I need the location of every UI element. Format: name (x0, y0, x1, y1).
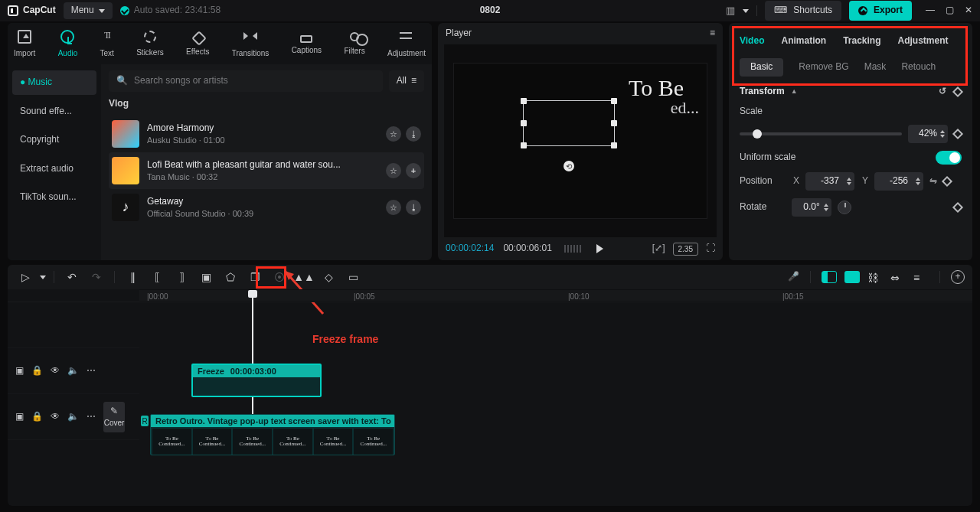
maximize-button[interactable]: ▢ (946, 5, 954, 17)
mask-tool[interactable]: ⬠ (220, 268, 240, 286)
tab-filters[interactable]: Filters (344, 32, 364, 56)
tab-audio[interactable]: Audio (58, 30, 78, 58)
minimize-button[interactable]: — (926, 5, 935, 17)
resize-handle[interactable] (521, 98, 527, 104)
resize-handle[interactable] (611, 120, 617, 126)
levels-icon[interactable] (564, 245, 581, 253)
sidebar-item-tiktok-sounds[interactable]: TikTok soun... (12, 185, 96, 210)
expand-track-icon[interactable]: ▣ (15, 411, 24, 423)
subtab-retouch[interactable]: Retouch (901, 61, 936, 73)
cover-button[interactable]: ✎ Cover (103, 402, 125, 432)
scan-icon[interactable]: [⤢] (652, 243, 665, 255)
freeze-frame-tool[interactable]: ❐ (245, 268, 265, 286)
menu-button[interactable]: Menu (64, 2, 113, 19)
crop2-tool[interactable]: ▭ (343, 268, 363, 286)
tab-adjustment[interactable]: Adjustment (387, 30, 426, 58)
chevron-down-icon[interactable] (40, 276, 46, 279)
trim-right-tool[interactable]: ⟧ (172, 268, 191, 286)
rotate-handle-icon[interactable]: ⟲ (564, 161, 574, 171)
undo-button[interactable]: ↶ (62, 268, 82, 286)
aspect-ratio[interactable]: 2.35 (673, 243, 698, 256)
song-row[interactable]: Lofi Beat with a pleasant guitar and wat… (109, 152, 424, 189)
expand-track-icon[interactable]: ▣ (15, 365, 24, 377)
crop-tool[interactable]: ▣ (196, 268, 216, 286)
sidebar-item-copyright[interactable]: Copyright (12, 128, 96, 152)
keyframe-icon[interactable] (952, 86, 963, 97)
resize-handle[interactable] (611, 142, 617, 148)
tab-import[interactable]: Import (14, 30, 35, 58)
track-view-1[interactable] (822, 271, 837, 283)
favorite-button[interactable]: ☆ (386, 126, 401, 142)
track-view-2[interactable] (844, 271, 860, 283)
tab-effects[interactable]: Effects (186, 31, 209, 57)
position-y-input[interactable]: -256 (874, 172, 923, 191)
rotate-input[interactable]: 0.0° (792, 198, 831, 217)
tab-stickers[interactable]: Stickers (136, 31, 164, 57)
lock-track-icon[interactable]: 🔒 (31, 411, 43, 423)
play-button[interactable] (596, 244, 603, 253)
search-input[interactable]: 🔍 Search songs or artists (109, 70, 383, 92)
player-stage[interactable]: To Be ed... ⟲ (444, 44, 717, 237)
download-button[interactable]: ⭳ (406, 200, 421, 215)
tab-text[interactable]: Text (100, 30, 114, 58)
add-button[interactable]: + (406, 163, 421, 178)
subtab-mask[interactable]: Mask (864, 61, 887, 73)
video-preview[interactable]: To Be ed... ⟲ (453, 63, 707, 219)
rotate-tool[interactable]: ◇ (318, 268, 338, 286)
resize-handle[interactable] (521, 120, 527, 126)
pointer-tool[interactable]: ▷ (15, 268, 35, 286)
selection-box[interactable]: ⟲ (523, 100, 615, 146)
tab-tracking[interactable]: Tracking (843, 35, 880, 47)
favorite-button[interactable]: ☆ (386, 163, 401, 178)
player-menu-icon[interactable]: ≡ (710, 28, 715, 40)
close-button[interactable]: ✕ (965, 5, 972, 17)
tracks-area[interactable]: Freeze 00:00:03:00 R Retro Outro. Vintag… (139, 302, 972, 439)
download-button[interactable]: ⭳ (406, 126, 421, 142)
keyframe-icon[interactable] (942, 176, 952, 187)
mute-icon[interactable]: 🔈 (67, 411, 79, 423)
speed-tool[interactable]: ⦿ (270, 268, 289, 286)
resize-handle[interactable] (521, 142, 527, 148)
slider-thumb[interactable] (753, 129, 762, 139)
layout-icon[interactable]: ▥ (726, 5, 735, 18)
chevron-down-icon[interactable] (743, 9, 749, 13)
timeline-ruler[interactable]: |00:00 |00:05 |00:10 |00:15 (139, 289, 972, 302)
reset-icon[interactable]: ↺ (939, 86, 946, 98)
collapse-icon[interactable]: ▲ (791, 87, 798, 96)
lock-track-icon[interactable]: 🔒 (31, 365, 43, 377)
filter-all-button[interactable]: All ≡ (389, 70, 424, 92)
position-x-input[interactable]: -337 (805, 172, 854, 191)
export-button[interactable]: Export (849, 1, 912, 21)
song-row[interactable]: Amore Harmony Ausku Studio · 01:00 ☆ ⭳ (109, 116, 424, 152)
stack-icon[interactable] (913, 271, 929, 283)
track-more-icon[interactable]: ⋯ (87, 365, 96, 377)
keyframe-icon[interactable] (952, 202, 963, 213)
tab-captions[interactable]: Captions (292, 33, 322, 55)
sidebar-item-sound-effects[interactable]: Sound effe... (12, 99, 96, 124)
video-clip[interactable]: Retro Outro. Vintage pop-up text screen … (150, 414, 395, 455)
zoom-in-button[interactable]: + (951, 270, 965, 284)
link-tracks-icon[interactable] (867, 271, 883, 283)
scale-slider[interactable] (740, 132, 902, 135)
mute-icon[interactable]: 🔈 (67, 365, 79, 377)
snap-icon[interactable] (890, 271, 906, 283)
redo-button[interactable]: ↷ (87, 268, 106, 286)
scale-value[interactable]: 42% (908, 125, 948, 143)
song-row[interactable]: ♪ Getaway Official Sound Studio · 00:39 … (109, 189, 424, 226)
tab-adjustment[interactable]: Adjustment (898, 35, 949, 47)
trim-left-tool[interactable]: ⟦ (147, 268, 167, 286)
track-more-icon[interactable]: ⋯ (87, 411, 96, 423)
mirror-tool[interactable]: ▲▲ (294, 268, 314, 286)
keyframe-icon[interactable] (952, 129, 963, 139)
tab-transitions[interactable]: Transitions (232, 30, 270, 58)
subtab-basic[interactable]: Basic (740, 58, 783, 77)
visibility-icon[interactable]: 👁 (51, 411, 60, 423)
uniform-scale-toggle[interactable] (936, 151, 962, 165)
tab-animation[interactable]: Animation (781, 35, 826, 47)
favorite-button[interactable]: ☆ (386, 200, 401, 215)
fullscreen-icon[interactable]: ⛶ (706, 243, 715, 255)
tab-video[interactable]: Video (740, 35, 764, 47)
split-tool[interactable]: ‖ (122, 268, 142, 286)
visibility-icon[interactable]: 👁 (51, 365, 60, 377)
shortcuts-button[interactable]: ⌨ Shortcuts (765, 1, 841, 21)
